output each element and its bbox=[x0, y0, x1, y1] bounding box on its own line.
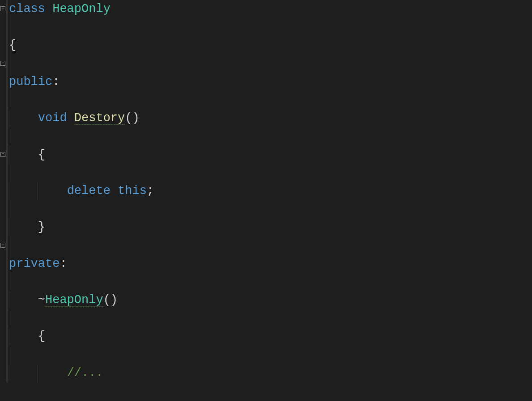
code-token: delete bbox=[67, 184, 118, 198]
fold-toggle-icon[interactable]: − bbox=[0, 61, 5, 66]
code-token: class bbox=[9, 2, 52, 16]
code-token bbox=[9, 366, 67, 380]
code-token: : bbox=[60, 257, 67, 270]
code-token: () bbox=[103, 293, 118, 307]
code-line[interactable]: delete this; bbox=[9, 182, 530, 200]
code-line[interactable]: public: bbox=[9, 73, 530, 91]
fold-toggle-icon[interactable]: − bbox=[0, 152, 5, 157]
code-token: private bbox=[9, 257, 60, 270]
code-editor[interactable]: −−−− class HeapOnly{public: void Destory… bbox=[0, 0, 532, 401]
code-area[interactable]: class HeapOnly{public: void Destory() { … bbox=[7, 0, 532, 401]
code-line[interactable]: void Destory() bbox=[9, 109, 530, 127]
code-line[interactable]: } bbox=[9, 218, 530, 236]
code-line[interactable]: //... bbox=[9, 364, 530, 382]
code-token: void bbox=[38, 111, 74, 125]
code-token: ; bbox=[147, 184, 154, 198]
code-token: { bbox=[9, 38, 16, 52]
code-token: HeapOnly bbox=[52, 2, 111, 16]
code-token: ~ bbox=[9, 293, 45, 307]
code-line[interactable]: { bbox=[9, 327, 530, 346]
code-token: public bbox=[9, 75, 52, 89]
code-line[interactable]: { bbox=[9, 36, 530, 55]
code-token: () bbox=[125, 111, 139, 125]
code-token: HeapOnly bbox=[45, 293, 103, 308]
code-line[interactable]: private: bbox=[9, 255, 530, 273]
code-token: this bbox=[118, 184, 147, 198]
fold-toggle-icon[interactable]: − bbox=[0, 243, 5, 248]
code-token: { bbox=[9, 148, 45, 161]
code-line[interactable]: class HeapOnly bbox=[9, 0, 530, 18]
code-token: Destory bbox=[74, 111, 125, 126]
fold-toggle-icon[interactable]: − bbox=[0, 6, 5, 11]
code-token: } bbox=[9, 220, 45, 234]
code-line[interactable]: { bbox=[9, 146, 530, 164]
fold-gutter: −−−− bbox=[0, 0, 7, 401]
code-token bbox=[9, 184, 67, 198]
code-token: { bbox=[9, 329, 45, 343]
code-token bbox=[9, 111, 38, 125]
code-line[interactable]: ~HeapOnly() bbox=[9, 291, 530, 309]
code-token: : bbox=[52, 75, 60, 89]
code-token: //... bbox=[67, 366, 103, 380]
